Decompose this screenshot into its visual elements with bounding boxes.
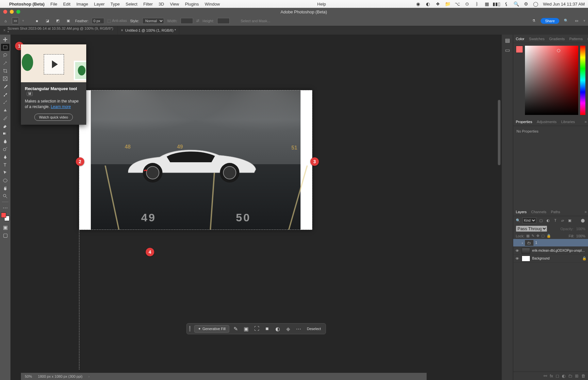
- vertical-scrollbar[interactable]: [498, 100, 500, 165]
- adjustment-layer-icon[interactable]: ◐: [562, 373, 565, 378]
- subtract-selection-icon[interactable]: ◩: [54, 17, 61, 24]
- maximize-window-button[interactable]: [16, 10, 20, 14]
- menu-plugins[interactable]: Plugins: [185, 2, 199, 7]
- frame-tool[interactable]: [1, 75, 9, 82]
- adjust-icon[interactable]: ◐: [274, 325, 282, 333]
- menu-file[interactable]: File: [50, 2, 57, 7]
- bluetooth-icon[interactable]: ᛒ: [474, 1, 480, 7]
- layer-name[interactable]: 1: [535, 241, 587, 245]
- wifi-icon[interactable]: ⚸: [504, 1, 509, 7]
- zoom-level[interactable]: 50%: [25, 374, 32, 378]
- color-swatches[interactable]: [516, 46, 523, 115]
- intersect-selection-icon[interactable]: ▣: [65, 17, 72, 24]
- healing-brush-tool[interactable]: [1, 91, 9, 98]
- clone-stamp-tool[interactable]: [1, 106, 9, 114]
- folder-icon[interactable]: 📁: [445, 1, 450, 7]
- foreground-background-colors[interactable]: [1, 213, 9, 221]
- new-layer-icon[interactable]: ⊞: [575, 373, 579, 378]
- menu-view[interactable]: View: [170, 2, 179, 7]
- menu-3d[interactable]: 3D: [159, 2, 164, 7]
- layer-name[interactable]: erik-mclean-dbLgODXOPgo-unsplash: [532, 249, 587, 252]
- history-panel-icon[interactable]: ▤: [504, 37, 511, 44]
- move-tool[interactable]: [1, 36, 9, 43]
- brush-tool[interactable]: [1, 99, 9, 106]
- layer-name[interactable]: Background: [532, 257, 580, 260]
- canvas-area[interactable]: Rectangular Marquee toolM Makes a select…: [10, 35, 502, 380]
- patterns-tab[interactable]: Patterns: [569, 37, 583, 41]
- color-cursor[interactable]: [557, 49, 560, 52]
- filter-type-icon[interactable]: T: [553, 218, 558, 223]
- lock-transparent-icon[interactable]: ▦: [526, 234, 530, 238]
- layer-mask-icon[interactable]: ◻: [556, 373, 559, 378]
- filter-smart-icon[interactable]: ▣: [567, 218, 572, 223]
- document-canvas[interactable]: 48 49 51 49 50: [79, 90, 312, 230]
- home-icon[interactable]: ⌂: [3, 18, 8, 24]
- menu-help[interactable]: Help: [317, 2, 326, 7]
- tooltip-preview[interactable]: [21, 44, 86, 82]
- eraser-tool[interactable]: [1, 122, 9, 129]
- panel-menu-icon[interactable]: ≡: [585, 210, 587, 214]
- select-subject-icon[interactable]: ▣: [242, 325, 250, 333]
- close-tab-icon[interactable]: ×: [3, 28, 6, 33]
- document-dimensions[interactable]: 1800 px x 1080 px (300 ppi): [38, 374, 82, 378]
- clock[interactable]: Wed Jun 14 11:37 AM: [543, 2, 585, 7]
- lock-image-icon[interactable]: ✎: [531, 234, 534, 238]
- share-button[interactable]: Share: [541, 18, 559, 24]
- document-tab[interactable]: × Untitled-1 @ 100% (1, RGB/8) *: [118, 26, 179, 35]
- deselect-button[interactable]: Deselect: [305, 327, 323, 331]
- menu-type[interactable]: Type: [110, 2, 120, 7]
- eyedropper-tool[interactable]: [1, 83, 9, 90]
- layer-item[interactable]: › 🗀 1: [513, 239, 588, 247]
- style-select[interactable]: Normal: [142, 18, 164, 24]
- filter-pixel-icon[interactable]: ▢: [538, 218, 544, 223]
- minimize-window-button[interactable]: [10, 10, 14, 14]
- lock-position-icon[interactable]: ✥: [536, 234, 539, 238]
- statusbar-icon[interactable]: ◐: [425, 1, 431, 7]
- dodge-tool[interactable]: [1, 146, 9, 153]
- libraries-tab[interactable]: Libraries: [561, 120, 575, 124]
- layers-tab[interactable]: Layers: [516, 210, 527, 214]
- statusbar-icon[interactable]: ⊙: [465, 1, 470, 7]
- mask-icon[interactable]: ■: [263, 325, 271, 333]
- layer-item[interactable]: 👁 erik-mclean-dbLgODXOPgo-unsplash: [513, 247, 588, 255]
- comments-panel-icon[interactable]: ▭: [504, 46, 511, 54]
- gradients-tab[interactable]: Gradients: [549, 37, 565, 41]
- lock-icon[interactable]: 🔒: [582, 256, 587, 261]
- app-name[interactable]: Photoshop (Beta): [9, 2, 44, 7]
- contextual-task-bar[interactable]: ✦Generative Fill ✎ ▣ ⛶ ■ ◐ ◆ ⋯ Deselect: [187, 323, 326, 334]
- filter-adjustment-icon[interactable]: ◐: [546, 218, 551, 223]
- link-layers-icon[interactable]: ⚯: [544, 373, 547, 378]
- adjustments-tab[interactable]: Adjustments: [537, 120, 557, 124]
- filter-type-select[interactable]: Kind: [522, 217, 536, 223]
- layer-style-icon[interactable]: fx: [550, 373, 553, 378]
- select-and-mask-button[interactable]: Select and Mask...: [241, 19, 270, 23]
- swatches-tab[interactable]: Swatches: [529, 37, 545, 41]
- statusbar-icon[interactable]: ▦: [484, 1, 489, 7]
- close-tab-icon[interactable]: ×: [121, 28, 123, 33]
- lasso-tool[interactable]: [1, 52, 9, 59]
- more-icon[interactable]: ⋯: [295, 325, 302, 333]
- history-brush-tool[interactable]: [1, 114, 9, 121]
- zoom-tool[interactable]: [1, 193, 9, 200]
- filter-toggle-icon[interactable]: ⬤: [580, 218, 585, 223]
- color-tab[interactable]: Color: [516, 37, 524, 41]
- menu-select[interactable]: Select: [126, 2, 138, 7]
- channels-tab[interactable]: Channels: [531, 210, 546, 214]
- lock-all-icon[interactable]: 🔒: [547, 234, 551, 238]
- statusbar-icon[interactable]: ⌥: [455, 1, 460, 7]
- close-window-button[interactable]: [3, 10, 7, 14]
- menu-window[interactable]: Window: [205, 2, 220, 7]
- search-icon[interactable]: 🔍: [563, 17, 570, 24]
- fill-value[interactable]: 100%: [576, 234, 585, 238]
- menu-edit[interactable]: Edit: [63, 2, 70, 7]
- search-icon[interactable]: 🔍: [516, 218, 520, 223]
- rectangular-marquee-tool[interactable]: [1, 44, 9, 51]
- marquee-tool-preset[interactable]: ▭: [12, 17, 19, 24]
- hand-tool[interactable]: [1, 185, 9, 192]
- panel-menu-icon[interactable]: ≡: [585, 120, 587, 124]
- pen-tool[interactable]: [1, 153, 9, 161]
- path-selection-tool[interactable]: [1, 169, 9, 176]
- learn-more-link[interactable]: Learn more: [51, 104, 71, 109]
- magic-wand-tool[interactable]: [1, 59, 9, 67]
- delete-layer-icon[interactable]: 🗑: [581, 373, 585, 378]
